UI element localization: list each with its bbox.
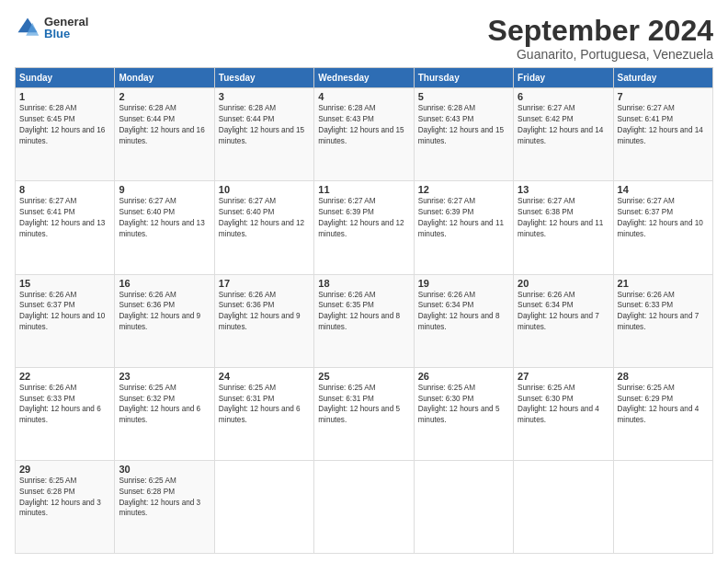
calendar-day-cell: 8 Sunrise: 6:27 AMSunset: 6:41 PMDayligh… — [16, 181, 115, 274]
calendar-day-cell: 6 Sunrise: 6:27 AMSunset: 6:42 PMDayligh… — [514, 88, 613, 181]
month-title: September 2024 — [488, 15, 713, 47]
day-info: Sunrise: 6:27 AMSunset: 6:40 PMDaylight:… — [119, 197, 204, 238]
day-number: 4 — [318, 91, 409, 102]
calendar-day-cell: 22 Sunrise: 6:26 AMSunset: 6:33 PMDaylig… — [16, 367, 115, 460]
day-info: Sunrise: 6:26 AMSunset: 6:33 PMDaylight:… — [19, 384, 101, 425]
day-number: 27 — [518, 371, 609, 382]
day-info: Sunrise: 6:27 AMSunset: 6:42 PMDaylight:… — [518, 104, 603, 145]
day-info: Sunrise: 6:25 AMSunset: 6:30 PMDaylight:… — [518, 384, 599, 425]
day-number: 12 — [418, 184, 509, 195]
calendar-day-cell: 5 Sunrise: 6:28 AMSunset: 6:43 PMDayligh… — [414, 88, 513, 181]
calendar-day-cell: 25 Sunrise: 6:25 AMSunset: 6:31 PMDaylig… — [314, 367, 414, 460]
day-info: Sunrise: 6:28 AMSunset: 6:43 PMDaylight:… — [418, 104, 504, 145]
day-number: 3 — [219, 91, 310, 102]
day-number: 13 — [518, 184, 609, 195]
day-number: 7 — [618, 91, 709, 102]
location: Guanarito, Portuguesa, Venezuela — [488, 47, 713, 62]
calendar-day-cell: 23 Sunrise: 6:25 AMSunset: 6:32 PMDaylig… — [115, 367, 214, 460]
day-info: Sunrise: 6:26 AMSunset: 6:33 PMDaylight:… — [618, 291, 700, 332]
calendar-day-cell — [214, 460, 313, 553]
calendar-day-cell — [613, 460, 712, 553]
weekday-header-cell: Monday — [115, 68, 214, 88]
calendar-day-cell: 27 Sunrise: 6:25 AMSunset: 6:30 PMDaylig… — [514, 367, 613, 460]
day-number: 21 — [618, 278, 709, 289]
calendar-day-cell: 1 Sunrise: 6:28 AMSunset: 6:45 PMDayligh… — [16, 88, 115, 181]
day-number: 28 — [618, 371, 709, 382]
calendar-day-cell: 17 Sunrise: 6:26 AMSunset: 6:36 PMDaylig… — [214, 274, 313, 367]
calendar-day-cell: 26 Sunrise: 6:25 AMSunset: 6:30 PMDaylig… — [414, 367, 513, 460]
day-info: Sunrise: 6:25 AMSunset: 6:29 PMDaylight:… — [618, 384, 700, 425]
weekday-header-row: SundayMondayTuesdayWednesdayThursdayFrid… — [16, 68, 713, 88]
calendar-day-cell: 19 Sunrise: 6:26 AMSunset: 6:34 PMDaylig… — [414, 274, 513, 367]
day-info: Sunrise: 6:25 AMSunset: 6:28 PMDaylight:… — [19, 477, 101, 518]
calendar-day-cell: 15 Sunrise: 6:26 AMSunset: 6:37 PMDaylig… — [16, 274, 115, 367]
day-info: Sunrise: 6:27 AMSunset: 6:37 PMDaylight:… — [618, 197, 703, 238]
calendar-week-row: 29 Sunrise: 6:25 AMSunset: 6:28 PMDaylig… — [16, 460, 713, 553]
day-number: 8 — [19, 184, 110, 195]
calendar-day-cell: 12 Sunrise: 6:27 AMSunset: 6:39 PMDaylig… — [414, 181, 513, 274]
day-info: Sunrise: 6:28 AMSunset: 6:44 PMDaylight:… — [219, 104, 304, 145]
calendar-day-cell: 11 Sunrise: 6:27 AMSunset: 6:39 PMDaylig… — [314, 181, 414, 274]
day-info: Sunrise: 6:27 AMSunset: 6:40 PMDaylight:… — [219, 197, 304, 238]
calendar-day-cell: 13 Sunrise: 6:27 AMSunset: 6:38 PMDaylig… — [514, 181, 613, 274]
calendar-day-cell: 4 Sunrise: 6:28 AMSunset: 6:43 PMDayligh… — [314, 88, 414, 181]
calendar-day-cell: 10 Sunrise: 6:27 AMSunset: 6:40 PMDaylig… — [214, 181, 313, 274]
day-info: Sunrise: 6:25 AMSunset: 6:32 PMDaylight:… — [119, 384, 200, 425]
day-number: 30 — [119, 464, 210, 475]
day-number: 1 — [19, 91, 110, 102]
day-info: Sunrise: 6:25 AMSunset: 6:31 PMDaylight:… — [318, 384, 400, 425]
weekday-header-cell: Wednesday — [314, 68, 414, 88]
calendar-day-cell: 7 Sunrise: 6:27 AMSunset: 6:41 PMDayligh… — [613, 88, 712, 181]
day-number: 16 — [119, 278, 210, 289]
day-info: Sunrise: 6:27 AMSunset: 6:38 PMDaylight:… — [518, 197, 603, 238]
day-info: Sunrise: 6:25 AMSunset: 6:30 PMDaylight:… — [418, 384, 500, 425]
day-number: 24 — [219, 371, 310, 382]
day-info: Sunrise: 6:26 AMSunset: 6:37 PMDaylight:… — [19, 291, 105, 332]
weekday-header-cell: Tuesday — [214, 68, 313, 88]
calendar-day-cell: 9 Sunrise: 6:27 AMSunset: 6:40 PMDayligh… — [115, 181, 214, 274]
page-header: General Blue September 2024 Guanarito, P… — [15, 15, 713, 62]
weekday-header-cell: Friday — [514, 68, 613, 88]
day-info: Sunrise: 6:26 AMSunset: 6:35 PMDaylight:… — [318, 291, 400, 332]
day-info: Sunrise: 6:26 AMSunset: 6:34 PMDaylight:… — [518, 291, 599, 332]
calendar-day-cell: 30 Sunrise: 6:25 AMSunset: 6:28 PMDaylig… — [115, 460, 214, 553]
day-info: Sunrise: 6:27 AMSunset: 6:39 PMDaylight:… — [318, 197, 404, 238]
calendar-day-cell: 29 Sunrise: 6:25 AMSunset: 6:28 PMDaylig… — [16, 460, 115, 553]
calendar-day-cell — [414, 460, 513, 553]
calendar-week-row: 15 Sunrise: 6:26 AMSunset: 6:37 PMDaylig… — [16, 274, 713, 367]
day-number: 22 — [19, 371, 110, 382]
calendar-day-cell: 24 Sunrise: 6:25 AMSunset: 6:31 PMDaylig… — [214, 367, 313, 460]
day-number: 17 — [219, 278, 310, 289]
day-number: 23 — [119, 371, 210, 382]
calendar-week-row: 8 Sunrise: 6:27 AMSunset: 6:41 PMDayligh… — [16, 181, 713, 274]
day-number: 18 — [318, 278, 409, 289]
day-info: Sunrise: 6:25 AMSunset: 6:31 PMDaylight:… — [219, 384, 301, 425]
weekday-header-cell: Saturday — [613, 68, 712, 88]
weekday-header-cell: Sunday — [16, 68, 115, 88]
day-info: Sunrise: 6:26 AMSunset: 6:34 PMDaylight:… — [418, 291, 500, 332]
day-number: 26 — [418, 371, 509, 382]
calendar-day-cell: 14 Sunrise: 6:27 AMSunset: 6:37 PMDaylig… — [613, 181, 712, 274]
calendar-body: 1 Sunrise: 6:28 AMSunset: 6:45 PMDayligh… — [16, 88, 713, 554]
calendar-day-cell: 16 Sunrise: 6:26 AMSunset: 6:36 PMDaylig… — [115, 274, 214, 367]
calendar-table: SundayMondayTuesdayWednesdayThursdayFrid… — [15, 67, 713, 554]
day-number: 15 — [19, 278, 110, 289]
day-number: 20 — [518, 278, 609, 289]
day-number: 29 — [19, 464, 110, 475]
day-number: 6 — [518, 91, 609, 102]
day-number: 11 — [318, 184, 409, 195]
calendar-day-cell — [314, 460, 414, 553]
calendar-day-cell: 21 Sunrise: 6:26 AMSunset: 6:33 PMDaylig… — [613, 274, 712, 367]
logo-icon — [15, 15, 40, 40]
day-number: 19 — [418, 278, 509, 289]
day-number: 5 — [418, 91, 509, 102]
calendar-week-row: 22 Sunrise: 6:26 AMSunset: 6:33 PMDaylig… — [16, 367, 713, 460]
calendar-day-cell: 2 Sunrise: 6:28 AMSunset: 6:44 PMDayligh… — [115, 88, 214, 181]
logo-text: General Blue — [44, 16, 88, 40]
day-info: Sunrise: 6:27 AMSunset: 6:41 PMDaylight:… — [19, 197, 105, 238]
day-info: Sunrise: 6:28 AMSunset: 6:44 PMDaylight:… — [119, 104, 204, 145]
calendar-day-cell: 28 Sunrise: 6:25 AMSunset: 6:29 PMDaylig… — [613, 367, 712, 460]
logo-blue: Blue — [44, 28, 88, 40]
day-info: Sunrise: 6:26 AMSunset: 6:36 PMDaylight:… — [119, 291, 200, 332]
title-block: September 2024 Guanarito, Portuguesa, Ve… — [488, 15, 713, 62]
